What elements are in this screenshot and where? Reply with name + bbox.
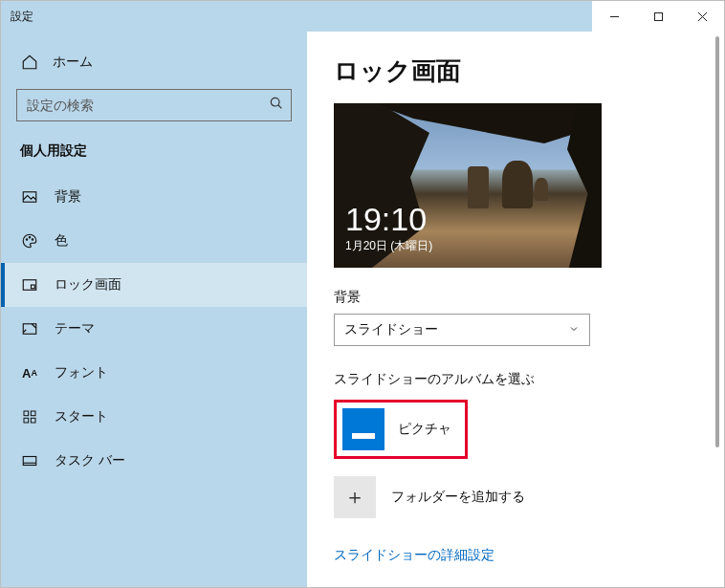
sidebar-item-fonts[interactable]: AA フォント xyxy=(1,351,307,395)
maximize-icon xyxy=(653,11,664,22)
picture-icon xyxy=(20,187,39,207)
close-button[interactable] xyxy=(680,1,724,32)
start-icon xyxy=(20,407,39,426)
svg-point-7 xyxy=(26,239,28,241)
preview-decoration xyxy=(468,166,489,208)
sidebar: ホーム 個人用設定 背景 色 ロック画面 xyxy=(1,32,307,587)
background-dropdown[interactable]: スライドショー xyxy=(334,314,590,346)
minimize-icon xyxy=(609,11,620,22)
svg-rect-15 xyxy=(24,418,29,423)
titlebar-title-area: 設定 xyxy=(1,9,33,25)
album-section-label: スライドショーのアルバムを選ぶ xyxy=(334,371,711,388)
svg-rect-12 xyxy=(23,324,36,335)
advanced-settings-link[interactable]: スライドショーの詳細設定 xyxy=(334,547,711,564)
sidebar-item-lockscreen[interactable]: ロック画面 xyxy=(1,263,307,307)
album-item-label: ピクチャ xyxy=(398,421,451,438)
preview-decoration xyxy=(567,103,602,268)
lockscreen-icon xyxy=(20,275,39,294)
preview-date: 1月20日 (木曜日) xyxy=(345,238,432,254)
sidebar-item-label: スタート xyxy=(55,408,108,425)
plus-icon: ＋ xyxy=(344,483,365,512)
home-icon xyxy=(20,53,39,72)
minimize-button[interactable] xyxy=(592,1,636,32)
chevron-down-icon xyxy=(568,322,580,338)
home-label: ホーム xyxy=(53,54,93,71)
sidebar-item-label: 背景 xyxy=(55,188,81,206)
sidebar-item-colors[interactable]: 色 xyxy=(1,219,307,263)
maximize-button[interactable] xyxy=(636,1,680,32)
sidebar-section-title: 個人用設定 xyxy=(1,142,307,175)
content-inner: ロック画面 19:10 1月20日 (木曜日) 背景 スライドショー スライ xyxy=(307,32,711,587)
svg-point-9 xyxy=(32,239,33,241)
lockscreen-preview: 19:10 1月20日 (木曜日) xyxy=(334,103,602,268)
folder-thumb-icon xyxy=(342,408,384,450)
preview-decoration xyxy=(535,178,548,201)
sidebar-item-themes[interactable]: テーマ xyxy=(1,307,307,351)
window-controls xyxy=(592,1,724,32)
sidebar-item-label: タスク バー xyxy=(55,452,125,469)
svg-rect-13 xyxy=(24,411,29,416)
background-label: 背景 xyxy=(334,289,711,306)
titlebar: 設定 xyxy=(1,1,724,32)
preview-decoration xyxy=(502,161,533,208)
search-input[interactable] xyxy=(16,89,292,121)
add-folder-label: フォルダーを追加する xyxy=(391,489,525,506)
search-icon xyxy=(269,96,284,115)
window-body: ホーム 個人用設定 背景 色 ロック画面 xyxy=(1,32,724,587)
sidebar-item-label: ロック画面 xyxy=(55,276,121,294)
preview-time: 19:10 xyxy=(345,203,427,235)
palette-icon xyxy=(20,231,39,250)
sidebar-item-start[interactable]: スタート xyxy=(1,395,307,439)
sidebar-item-taskbar[interactable]: タスク バー xyxy=(1,439,307,483)
svg-point-4 xyxy=(271,98,279,106)
sidebar-item-label: フォント xyxy=(55,364,108,381)
svg-rect-16 xyxy=(31,418,35,423)
scrollbar[interactable] xyxy=(711,32,724,587)
sidebar-item-label: テーマ xyxy=(55,320,95,338)
page-title: ロック画面 xyxy=(334,54,711,88)
dropdown-value: スライドショー xyxy=(344,321,438,338)
settings-window: 設定 ホーム xyxy=(0,0,725,588)
sidebar-item-background[interactable]: 背景 xyxy=(1,175,307,219)
fonts-icon: AA xyxy=(20,363,39,382)
themes-icon xyxy=(20,319,39,338)
search-field-wrap xyxy=(16,89,292,121)
svg-point-8 xyxy=(29,237,31,239)
add-folder-button[interactable]: ＋ xyxy=(334,476,376,518)
content-area: ロック画面 19:10 1月20日 (木曜日) 背景 スライドショー スライ xyxy=(307,32,724,587)
scrollbar-thumb[interactable] xyxy=(715,36,719,447)
svg-rect-11 xyxy=(32,285,35,289)
svg-line-5 xyxy=(278,105,281,108)
window-title: 設定 xyxy=(11,9,33,25)
add-folder-row: ＋ フォルダーを追加する xyxy=(334,476,711,518)
svg-rect-14 xyxy=(31,411,35,416)
home-button[interactable]: ホーム xyxy=(1,45,307,85)
svg-rect-17 xyxy=(23,457,36,466)
close-icon xyxy=(697,11,708,22)
album-item-pictures[interactable]: ピクチャ xyxy=(334,400,468,459)
svg-rect-1 xyxy=(654,12,662,20)
taskbar-icon xyxy=(20,451,39,470)
sidebar-item-label: 色 xyxy=(55,232,68,250)
